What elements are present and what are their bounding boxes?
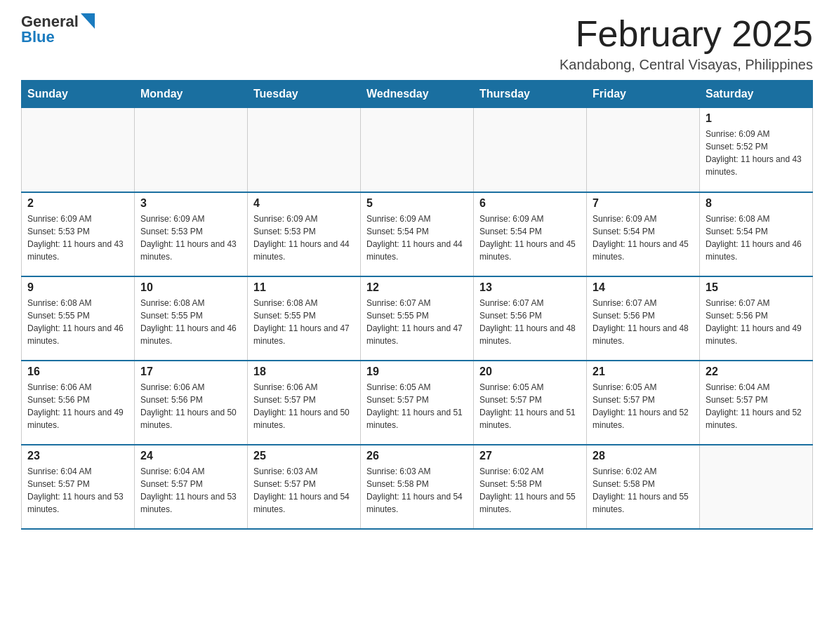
calendar-week-2: 2Sunrise: 6:09 AMSunset: 5:53 PMDaylight… — [22, 192, 813, 276]
calendar-cell: 19Sunrise: 6:05 AMSunset: 5:57 PMDayligh… — [361, 361, 474, 445]
weekday-header-wednesday: Wednesday — [361, 81, 474, 108]
page-title: February 2025 — [560, 14, 813, 54]
day-number: 13 — [479, 281, 581, 294]
calendar-cell: 18Sunrise: 6:06 AMSunset: 5:57 PMDayligh… — [248, 361, 361, 445]
day-number: 16 — [27, 365, 128, 378]
calendar-cell: 16Sunrise: 6:06 AMSunset: 5:56 PMDayligh… — [22, 361, 135, 445]
day-info: Sunrise: 6:06 AMSunset: 5:57 PMDaylight:… — [253, 381, 355, 431]
day-info: Sunrise: 6:05 AMSunset: 5:57 PMDaylight:… — [366, 381, 468, 431]
calendar-table: SundayMondayTuesdayWednesdayThursdayFrid… — [21, 80, 813, 530]
day-number: 23 — [27, 450, 128, 462]
weekday-header-tuesday: Tuesday — [248, 81, 361, 108]
calendar-header: SundayMondayTuesdayWednesdayThursdayFrid… — [22, 81, 813, 108]
day-info: Sunrise: 6:08 AMSunset: 5:54 PMDaylight:… — [706, 213, 807, 263]
day-number: 22 — [706, 365, 807, 378]
calendar-cell: 5Sunrise: 6:09 AMSunset: 5:54 PMDaylight… — [361, 192, 474, 276]
calendar-cell: 24Sunrise: 6:04 AMSunset: 5:57 PMDayligh… — [135, 445, 248, 529]
calendar-cell: 27Sunrise: 6:02 AMSunset: 5:58 PMDayligh… — [474, 445, 587, 529]
calendar-cell — [135, 108, 248, 192]
calendar-cell: 11Sunrise: 6:08 AMSunset: 5:55 PMDayligh… — [248, 276, 361, 361]
day-number: 8 — [706, 197, 807, 210]
calendar-cell: 14Sunrise: 6:07 AMSunset: 5:56 PMDayligh… — [587, 276, 700, 361]
calendar-cell: 3Sunrise: 6:09 AMSunset: 5:53 PMDaylight… — [135, 192, 248, 276]
title-block: February 2025 Kandabong, Central Visayas… — [560, 14, 813, 73]
day-number: 17 — [140, 365, 241, 378]
weekday-header-saturday: Saturday — [700, 81, 813, 108]
day-number: 15 — [706, 281, 807, 294]
day-info: Sunrise: 6:09 AMSunset: 5:54 PMDaylight:… — [593, 213, 694, 263]
day-number: 27 — [479, 450, 581, 462]
day-info: Sunrise: 6:09 AMSunset: 5:53 PMDaylight:… — [253, 213, 355, 263]
day-info: Sunrise: 6:03 AMSunset: 5:57 PMDaylight:… — [253, 465, 355, 516]
calendar-cell: 13Sunrise: 6:07 AMSunset: 5:56 PMDayligh… — [474, 276, 587, 361]
day-info: Sunrise: 6:07 AMSunset: 5:55 PMDaylight:… — [366, 297, 468, 347]
calendar-body: 1Sunrise: 6:09 AMSunset: 5:52 PMDaylight… — [22, 108, 813, 529]
day-info: Sunrise: 6:06 AMSunset: 5:56 PMDaylight:… — [140, 381, 241, 431]
day-number: 5 — [366, 197, 468, 210]
day-info: Sunrise: 6:07 AMSunset: 5:56 PMDaylight:… — [479, 297, 581, 347]
calendar-cell: 17Sunrise: 6:06 AMSunset: 5:56 PMDayligh… — [135, 361, 248, 445]
calendar-cell: 1Sunrise: 6:09 AMSunset: 5:52 PMDaylight… — [700, 108, 813, 192]
day-info: Sunrise: 6:08 AMSunset: 5:55 PMDaylight:… — [27, 297, 128, 347]
day-number: 24 — [140, 450, 241, 462]
calendar-cell: 6Sunrise: 6:09 AMSunset: 5:54 PMDaylight… — [474, 192, 587, 276]
calendar-cell: 15Sunrise: 6:07 AMSunset: 5:56 PMDayligh… — [700, 276, 813, 361]
calendar-cell: 10Sunrise: 6:08 AMSunset: 5:55 PMDayligh… — [135, 276, 248, 361]
calendar-cell: 28Sunrise: 6:02 AMSunset: 5:58 PMDayligh… — [587, 445, 700, 529]
logo-text-blue: Blue — [21, 28, 55, 46]
weekday-header-thursday: Thursday — [474, 81, 587, 108]
calendar-cell — [474, 108, 587, 192]
day-info: Sunrise: 6:03 AMSunset: 5:58 PMDaylight:… — [366, 465, 468, 516]
weekday-header-friday: Friday — [587, 81, 700, 108]
day-info: Sunrise: 6:06 AMSunset: 5:56 PMDaylight:… — [27, 381, 128, 431]
calendar-cell: 4Sunrise: 6:09 AMSunset: 5:53 PMDaylight… — [248, 192, 361, 276]
weekday-header-sunday: Sunday — [22, 81, 135, 108]
day-number: 4 — [253, 197, 355, 210]
subtitle: Kandabong, Central Visayas, Philippines — [560, 57, 813, 73]
day-info: Sunrise: 6:04 AMSunset: 5:57 PMDaylight:… — [27, 465, 128, 516]
day-info: Sunrise: 6:09 AMSunset: 5:53 PMDaylight:… — [140, 213, 241, 263]
day-number: 26 — [366, 450, 468, 462]
day-number: 25 — [253, 450, 355, 462]
calendar-cell: 12Sunrise: 6:07 AMSunset: 5:55 PMDayligh… — [361, 276, 474, 361]
day-number: 2 — [27, 197, 128, 210]
logo-text-general: General — [21, 14, 79, 29]
day-info: Sunrise: 6:09 AMSunset: 5:54 PMDaylight:… — [479, 213, 581, 263]
day-number: 18 — [253, 365, 355, 378]
calendar-cell: 9Sunrise: 6:08 AMSunset: 5:55 PMDaylight… — [22, 276, 135, 361]
day-info: Sunrise: 6:09 AMSunset: 5:52 PMDaylight:… — [706, 128, 807, 178]
day-info: Sunrise: 6:09 AMSunset: 5:53 PMDaylight:… — [27, 213, 128, 263]
calendar-cell: 22Sunrise: 6:04 AMSunset: 5:57 PMDayligh… — [700, 361, 813, 445]
day-info: Sunrise: 6:09 AMSunset: 5:54 PMDaylight:… — [366, 213, 468, 263]
day-number: 11 — [253, 281, 355, 294]
weekday-header-row: SundayMondayTuesdayWednesdayThursdayFrid… — [22, 81, 813, 108]
calendar-cell: 25Sunrise: 6:03 AMSunset: 5:57 PMDayligh… — [248, 445, 361, 529]
weekday-header-monday: Monday — [135, 81, 248, 108]
calendar-cell: 7Sunrise: 6:09 AMSunset: 5:54 PMDaylight… — [587, 192, 700, 276]
day-number: 19 — [366, 365, 468, 378]
day-info: Sunrise: 6:05 AMSunset: 5:57 PMDaylight:… — [479, 381, 581, 431]
calendar-cell — [361, 108, 474, 192]
day-number: 21 — [593, 365, 694, 378]
calendar-cell: 23Sunrise: 6:04 AMSunset: 5:57 PMDayligh… — [22, 445, 135, 529]
day-info: Sunrise: 6:08 AMSunset: 5:55 PMDaylight:… — [253, 297, 355, 347]
calendar-week-4: 16Sunrise: 6:06 AMSunset: 5:56 PMDayligh… — [22, 361, 813, 445]
calendar-cell: 21Sunrise: 6:05 AMSunset: 5:57 PMDayligh… — [587, 361, 700, 445]
day-number: 7 — [593, 197, 694, 210]
day-info: Sunrise: 6:02 AMSunset: 5:58 PMDaylight:… — [593, 465, 694, 516]
day-info: Sunrise: 6:08 AMSunset: 5:55 PMDaylight:… — [140, 297, 241, 347]
day-number: 10 — [140, 281, 241, 294]
day-number: 28 — [593, 450, 694, 462]
calendar-week-1: 1Sunrise: 6:09 AMSunset: 5:52 PMDaylight… — [22, 108, 813, 192]
logo: General Blue — [21, 14, 95, 45]
day-info: Sunrise: 6:07 AMSunset: 5:56 PMDaylight:… — [593, 297, 694, 347]
day-number: 6 — [479, 197, 581, 210]
calendar-cell: 8Sunrise: 6:08 AMSunset: 5:54 PMDaylight… — [700, 192, 813, 276]
calendar-cell — [248, 108, 361, 192]
calendar-week-5: 23Sunrise: 6:04 AMSunset: 5:57 PMDayligh… — [22, 445, 813, 529]
day-number: 3 — [140, 197, 241, 210]
day-number: 1 — [706, 112, 807, 125]
day-info: Sunrise: 6:02 AMSunset: 5:58 PMDaylight:… — [479, 465, 581, 516]
calendar-cell: 26Sunrise: 6:03 AMSunset: 5:58 PMDayligh… — [361, 445, 474, 529]
calendar-cell — [700, 445, 813, 529]
